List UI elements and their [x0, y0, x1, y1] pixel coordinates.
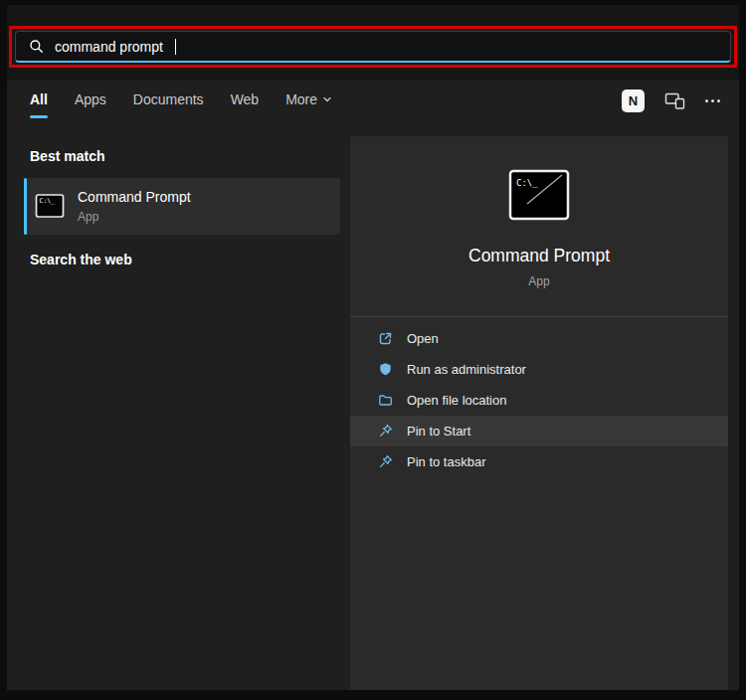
- svg-text:C:\_: C:\_: [516, 178, 538, 188]
- search-query-text: command prompt: [55, 39, 163, 55]
- action-pin-to-taskbar[interactable]: Pin to taskbar: [350, 446, 728, 477]
- search-web-header: Search the web: [30, 252, 132, 267]
- topbar-icons: N: [622, 89, 720, 112]
- tab-more[interactable]: More: [285, 91, 332, 111]
- pin-icon: [378, 454, 393, 469]
- devices-icon[interactable]: [664, 91, 685, 110]
- command-prompt-icon: C:\_: [35, 191, 65, 221]
- tab-all[interactable]: All: [30, 91, 48, 111]
- search-filter-tabs: All Apps Documents Web More: [30, 91, 332, 111]
- result-subtitle: App: [78, 210, 98, 224]
- admin-shield-icon: [378, 362, 393, 377]
- windows-search-window: command prompt All Apps Documents Web Mo…: [0, 0, 746, 700]
- tab-documents[interactable]: Documents: [133, 91, 204, 111]
- result-title: Command Prompt: [78, 189, 191, 205]
- folder-icon: [378, 393, 393, 408]
- selection-accent-bar: [24, 178, 27, 235]
- svg-text:C:\_: C:\_: [40, 197, 56, 205]
- action-run-as-administrator[interactable]: Run as administrator: [350, 354, 728, 385]
- detail-title: Command Prompt: [350, 246, 728, 266]
- tab-apps[interactable]: Apps: [75, 91, 106, 111]
- chevron-down-icon: [322, 94, 332, 104]
- action-list: Open Run as administrator Open file loca…: [350, 323, 728, 477]
- search-input[interactable]: command prompt: [15, 31, 731, 63]
- text-caret: [175, 39, 177, 55]
- action-pin-to-start[interactable]: Pin to Start: [350, 416, 728, 446]
- action-open-file-location[interactable]: Open file location: [350, 385, 728, 416]
- command-prompt-large-icon: C:\_: [507, 164, 571, 226]
- account-avatar[interactable]: N: [622, 89, 645, 112]
- best-match-header: Best match: [30, 148, 104, 164]
- divider: [350, 316, 728, 317]
- open-icon: [378, 331, 393, 346]
- search-icon: [29, 39, 44, 54]
- more-options-icon[interactable]: [705, 99, 720, 102]
- action-open[interactable]: Open: [350, 323, 728, 354]
- tab-web[interactable]: Web: [231, 91, 260, 111]
- detail-panel: C:\_ Command Prompt App Open Run as admi…: [350, 136, 728, 690]
- detail-subtitle: App: [350, 274, 728, 288]
- pin-icon: [378, 424, 393, 438]
- result-command-prompt[interactable]: C:\_ Command Prompt App: [24, 178, 340, 235]
